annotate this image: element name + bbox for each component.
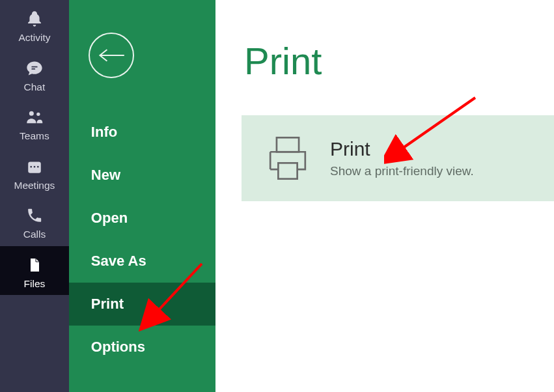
backstage-item-saveas[interactable]: Save As [69,240,215,283]
main-panel: Print Print Show a print-friendly view. [215,0,554,392]
rail-item-activity[interactable]: Activity [0,0,69,49]
svg-point-2 [29,111,34,116]
file-icon [23,255,46,275]
bs-label: Save As [91,253,146,269]
rail-label: Files [24,279,46,289]
rail-label: Meetings [14,180,55,191]
rail-item-chat[interactable]: Chat [0,49,69,99]
svg-rect-1 [31,68,35,70]
rail-item-files[interactable]: Files [0,246,69,296]
backstage-item-options[interactable]: Options [69,326,215,369]
print-card[interactable]: Print Show a print-friendly view. [242,115,554,201]
svg-rect-6 [34,165,35,167]
svg-point-3 [36,113,40,116]
svg-rect-5 [30,165,31,167]
bs-label: Info [91,124,117,140]
rail-label: Teams [20,131,49,141]
bs-label: Open [91,210,128,226]
phone-icon [23,206,46,225]
backstage-item-new[interactable]: New [69,154,215,197]
page-title: Print [244,39,554,83]
bs-label: Options [91,339,145,355]
rail-label: Activity [18,33,50,43]
rail-item-teams[interactable]: Teams [0,98,69,148]
bs-label: Print [91,296,124,312]
backstage-item-info[interactable]: Info [69,111,215,154]
svg-rect-0 [31,66,37,67]
svg-rect-7 [37,165,38,167]
rail-item-calls[interactable]: Calls [0,197,69,246]
bs-label: New [91,167,120,183]
backstage-item-print[interactable]: Print [69,283,215,326]
calendar-icon [23,157,46,176]
back-button[interactable] [89,33,134,78]
rail-item-meetings[interactable]: Meetings [0,148,69,197]
print-card-heading: Print [330,138,474,160]
print-card-subtitle: Show a print-friendly view. [330,164,474,178]
teams-rail: Activity Chat Teams Meetings Calls [0,0,69,392]
rail-label: Calls [23,229,46,240]
print-card-texts: Print Show a print-friendly view. [330,138,474,178]
backstage-item-open[interactable]: Open [69,197,215,240]
printer-icon [258,129,317,188]
teams-icon [23,107,46,127]
svg-rect-8 [277,137,299,152]
rail-label: Chat [24,82,46,92]
arrow-left-icon [97,48,126,63]
svg-rect-9 [278,163,297,178]
bell-icon [23,9,46,29]
chat-icon [23,59,46,78]
backstage-menu: Info New Open Save As Print Options [69,0,215,392]
